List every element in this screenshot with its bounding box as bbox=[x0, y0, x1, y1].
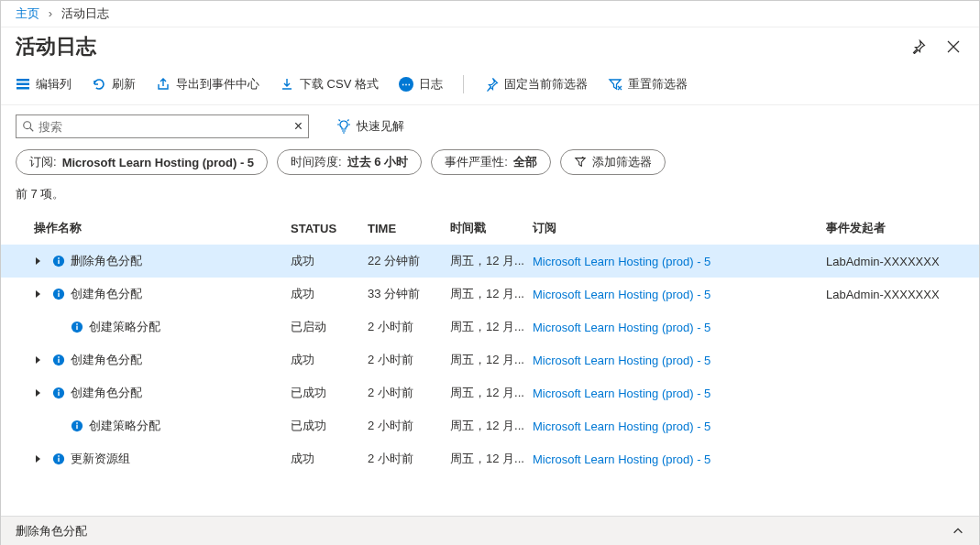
table-header: 操作名称 STATUS TIME 时间戳 订阅 事件发起者 bbox=[1, 212, 979, 245]
info-icon bbox=[71, 321, 83, 333]
add-filter-icon bbox=[574, 156, 587, 169]
search-input[interactable] bbox=[35, 120, 294, 134]
expand-icon[interactable] bbox=[34, 355, 47, 365]
status-cell: 成功 bbox=[291, 253, 368, 269]
svg-point-9 bbox=[58, 290, 60, 292]
expand-icon[interactable] bbox=[34, 256, 47, 266]
pin-filter-icon bbox=[484, 77, 499, 92]
close-icon bbox=[946, 39, 961, 54]
info-icon bbox=[52, 387, 65, 399]
svg-point-3 bbox=[24, 122, 31, 129]
table-row[interactable]: 创建角色分配成功2 小时前周五，12 月...Microsoft Learn H… bbox=[1, 343, 979, 376]
filter-subscription[interactable]: 订阅: Microsoft Learn Hosting (prod) - 5 bbox=[16, 149, 268, 175]
page-title: 活动日志 bbox=[16, 33, 96, 60]
filter-timespan[interactable]: 时间跨度: 过去 6 小时 bbox=[277, 149, 422, 175]
refresh-icon bbox=[92, 77, 106, 92]
initiated-by-cell: LabAdmin-XXXXXXX bbox=[826, 255, 964, 268]
operation-name: 创建角色分配 bbox=[71, 352, 142, 368]
pin-button[interactable] bbox=[908, 36, 930, 58]
subscription-link[interactable]: Microsoft Learn Hosting (prod) - 5 bbox=[533, 387, 710, 400]
breadcrumb-home[interactable]: 主页 bbox=[16, 6, 39, 20]
status-cell: 成功 bbox=[291, 286, 368, 302]
breadcrumb-separator: › bbox=[49, 6, 52, 20]
expand-icon[interactable] bbox=[34, 454, 47, 463]
time-cell: 2 小时前 bbox=[368, 319, 450, 335]
table-row[interactable]: 创建策略分配已成功2 小时前周五，12 月...Microsoft Learn … bbox=[1, 409, 979, 442]
table-row[interactable]: 更新资源组成功2 小时前周五，12 月...Microsoft Learn Ho… bbox=[1, 442, 979, 475]
col-status[interactable]: STATUS bbox=[291, 222, 368, 235]
subscription-link[interactable]: Microsoft Learn Hosting (prod) - 5 bbox=[533, 321, 710, 334]
timestamp-cell: 周五，12 月... bbox=[450, 385, 533, 401]
table-row[interactable]: 删除角色分配成功22 分钟前周五，12 月...Microsoft Learn … bbox=[1, 245, 979, 278]
subscription-link[interactable]: Microsoft Learn Hosting (prod) - 5 bbox=[533, 420, 710, 433]
subscription-link[interactable]: Microsoft Learn Hosting (prod) - 5 bbox=[533, 452, 710, 466]
breadcrumb: 主页 › 活动日志 bbox=[1, 1, 979, 27]
reset-filter-button[interactable]: 重置筛选器 bbox=[608, 76, 688, 93]
edit-columns-button[interactable]: 编辑列 bbox=[16, 76, 72, 93]
table-row[interactable]: 创建角色分配成功33 分钟前周五，12 月...Microsoft Learn … bbox=[1, 278, 979, 311]
clear-search-icon[interactable]: × bbox=[294, 118, 303, 135]
svg-point-15 bbox=[58, 356, 60, 358]
time-cell: 33 分钟前 bbox=[368, 286, 450, 302]
logs-button[interactable]: ⋯ 日志 bbox=[399, 76, 443, 93]
result-count: 前 7 项。 bbox=[1, 186, 979, 212]
operation-name: 创建角色分配 bbox=[71, 286, 142, 302]
toolbar: 编辑列 刷新 导出到事件中心 下载 CSV 格式 ⋯ 日志 固定当前筛选器 重置… bbox=[1, 70, 979, 105]
pin-filter-button[interactable]: 固定当前筛选器 bbox=[484, 76, 588, 93]
detail-panel[interactable]: 删除角色分配 bbox=[1, 516, 979, 545]
svg-rect-17 bbox=[58, 392, 59, 396]
operation-name: 创建策略分配 bbox=[89, 418, 160, 434]
add-filter-button[interactable]: 添加筛选器 bbox=[560, 149, 666, 175]
info-icon bbox=[52, 288, 65, 300]
time-cell: 2 小时前 bbox=[368, 451, 450, 467]
columns-icon bbox=[16, 77, 30, 92]
col-timestamp[interactable]: 时间戳 bbox=[450, 220, 533, 236]
time-cell: 2 小时前 bbox=[368, 352, 450, 368]
time-cell: 2 小时前 bbox=[368, 418, 450, 434]
timestamp-cell: 周五，12 月... bbox=[450, 451, 533, 467]
search-box[interactable]: × bbox=[16, 114, 309, 138]
table-row[interactable]: 创建角色分配已成功2 小时前周五，12 月...Microsoft Learn … bbox=[1, 376, 979, 409]
col-subscription[interactable]: 订阅 bbox=[533, 220, 826, 236]
svg-rect-11 bbox=[76, 326, 77, 330]
breadcrumb-current: 活动日志 bbox=[61, 6, 109, 20]
export-event-hub-button[interactable]: 导出到事件中心 bbox=[156, 76, 259, 93]
subscription-link[interactable]: Microsoft Learn Hosting (prod) - 5 bbox=[533, 354, 710, 367]
timestamp-cell: 周五，12 月... bbox=[450, 253, 533, 269]
status-cell: 已成功 bbox=[291, 385, 368, 401]
svg-point-24 bbox=[58, 455, 60, 457]
refresh-button[interactable]: 刷新 bbox=[92, 76, 136, 93]
detail-title: 删除角色分配 bbox=[16, 523, 87, 540]
timestamp-cell: 周五，12 月... bbox=[450, 352, 533, 368]
subscription-link[interactable]: Microsoft Learn Hosting (prod) - 5 bbox=[533, 288, 710, 301]
table-row[interactable]: 创建策略分配已启动2 小时前周五，12 月...Microsoft Learn … bbox=[1, 311, 979, 343]
logs-icon: ⋯ bbox=[399, 77, 413, 92]
col-time[interactable]: TIME bbox=[368, 222, 450, 235]
time-cell: 2 小时前 bbox=[368, 385, 450, 401]
pin-icon bbox=[911, 39, 926, 54]
initiated-by-cell: LabAdmin-XXXXXXX bbox=[826, 288, 964, 301]
info-icon bbox=[52, 354, 65, 366]
expand-icon[interactable] bbox=[34, 289, 47, 299]
svg-point-21 bbox=[76, 422, 78, 424]
reset-filter-icon bbox=[608, 77, 622, 92]
quick-insights-button[interactable]: 快速见解 bbox=[336, 118, 404, 135]
col-initiated-by[interactable]: 事件发起者 bbox=[826, 220, 964, 236]
expand-icon[interactable] bbox=[34, 388, 47, 398]
subscription-link[interactable]: Microsoft Learn Hosting (prod) - 5 bbox=[533, 255, 710, 268]
svg-point-18 bbox=[58, 389, 60, 391]
operation-name: 创建角色分配 bbox=[71, 385, 142, 401]
svg-rect-1 bbox=[17, 83, 29, 86]
svg-rect-0 bbox=[17, 79, 29, 82]
filter-severity[interactable]: 事件严重性: 全部 bbox=[431, 149, 551, 175]
operation-name: 创建策略分配 bbox=[89, 319, 160, 335]
chevron-up-icon[interactable] bbox=[952, 525, 964, 538]
col-operation[interactable]: 操作名称 bbox=[16, 220, 291, 236]
svg-rect-2 bbox=[17, 87, 29, 90]
search-icon bbox=[22, 120, 35, 133]
lightbulb-icon bbox=[336, 119, 351, 134]
download-csv-button[interactable]: 下载 CSV 格式 bbox=[280, 76, 379, 93]
close-button[interactable] bbox=[942, 36, 964, 58]
activity-table: 操作名称 STATUS TIME 时间戳 订阅 事件发起者 删除角色分配成功22… bbox=[1, 212, 979, 475]
svg-rect-8 bbox=[58, 293, 59, 297]
